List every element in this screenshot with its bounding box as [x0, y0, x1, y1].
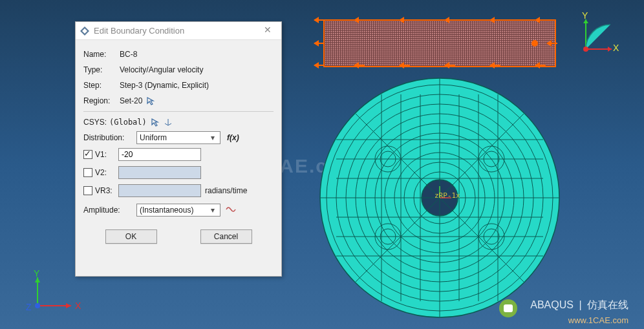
fx-icon[interactable]: f(x)	[227, 133, 239, 142]
svg-point-48	[35, 303, 40, 308]
wechat-icon	[499, 299, 517, 317]
csys-label: CSYS:	[83, 118, 109, 127]
view-triad-top-right: X Y	[573, 12, 618, 63]
step-value: Step-3 (Dynamic, Explicit)	[120, 81, 274, 90]
create-amplitude-icon[interactable]	[226, 205, 236, 216]
bc-arrow-icon	[396, 17, 410, 23]
axis-z-label: Z	[26, 302, 32, 312]
bc-arrow-icon	[486, 62, 500, 69]
watermark-url: www.1CAE.com	[568, 315, 628, 325]
bc-arrow-icon	[396, 62, 410, 69]
type-value: Velocity/Angular velocity	[120, 65, 274, 74]
name-label: Name:	[83, 50, 120, 59]
v2-label: V2:	[95, 168, 118, 177]
watermark-brand-right: 仿真在线	[587, 299, 628, 310]
distribution-select[interactable]: Uniform ▾	[136, 131, 220, 144]
svg-line-53	[168, 123, 171, 125]
bc-arrow-icon	[350, 17, 365, 23]
bc-arrow-icon	[310, 17, 325, 23]
chevron-down-icon: ▾	[208, 206, 217, 215]
reference-point-label: zRP-1x	[435, 191, 460, 200]
v1-checkbox[interactable]	[83, 150, 92, 159]
bc-node-icon	[531, 40, 538, 47]
pick-region-icon[interactable]	[146, 96, 155, 105]
axis-y-label: Y	[582, 10, 588, 21]
v1-input[interactable]	[118, 148, 201, 161]
vr3-unit: radians/time	[205, 186, 247, 195]
axis-x-label: X	[613, 43, 619, 53]
mesh-grid	[325, 21, 555, 66]
app-icon	[80, 26, 90, 36]
v2-checkbox[interactable]	[83, 168, 92, 177]
bc-arrow-icon	[310, 62, 325, 69]
bc-arrow-icon	[310, 40, 325, 47]
vr3-checkbox[interactable]	[83, 186, 92, 195]
axis-x-label: X	[75, 301, 81, 311]
region-value: Set-20	[120, 96, 142, 105]
v2-input[interactable]	[118, 166, 201, 179]
name-value: BC-8	[120, 50, 274, 59]
bc-arrow-icon	[531, 17, 546, 23]
edit-boundary-condition-dialog: Edit Boundary Condition ✕ Name: BC-8 Typ…	[75, 21, 282, 277]
global-triad: X Y Z	[26, 272, 84, 317]
svg-marker-0	[608, 47, 612, 52]
cancel-button[interactable]: Cancel	[200, 229, 252, 244]
v1-label: V1:	[95, 150, 118, 159]
ok-button[interactable]: OK	[105, 229, 157, 244]
datum-csys-icon[interactable]	[164, 118, 173, 127]
vr3-label: VR3:	[95, 186, 118, 195]
rectangular-mesh-part[interactable]	[323, 19, 556, 67]
amplitude-value: (Instantaneous)	[140, 206, 208, 215]
watermark-brand-left: ABAQUS	[530, 299, 574, 310]
svg-line-52	[165, 123, 168, 125]
dialog-title: Edit Boundary Condition	[94, 26, 258, 36]
bc-arrow-icon	[531, 62, 546, 69]
axis-y-label: Y	[34, 268, 39, 279]
amplitude-select[interactable]: (Instantaneous) ▾	[136, 204, 220, 217]
svg-point-2	[583, 47, 588, 52]
type-label: Type:	[83, 65, 120, 74]
dialog-titlebar[interactable]: Edit Boundary Condition ✕	[76, 22, 281, 40]
distribution-value: Uniform	[140, 133, 208, 142]
chevron-down-icon: ▾	[208, 133, 217, 142]
region-label: Region:	[83, 96, 120, 105]
svg-marker-45	[66, 303, 71, 308]
vr3-input[interactable]	[118, 184, 201, 197]
bc-arrow-icon	[441, 62, 455, 69]
bc-arrow-icon	[441, 17, 455, 23]
csys-value: (Global)	[109, 118, 147, 127]
step-label: Step:	[83, 81, 120, 90]
bc-arrow-icon	[486, 17, 500, 23]
bc-arrow-icon	[350, 62, 365, 69]
distribution-label: Distribution:	[83, 133, 136, 142]
watermark-brand: ABAQUS | 仿真在线	[530, 299, 628, 312]
bc-arrow-icon	[543, 40, 557, 47]
pick-csys-icon[interactable]	[151, 118, 160, 127]
close-button[interactable]: ✕	[258, 25, 277, 37]
amplitude-label: Amplitude:	[83, 206, 136, 215]
